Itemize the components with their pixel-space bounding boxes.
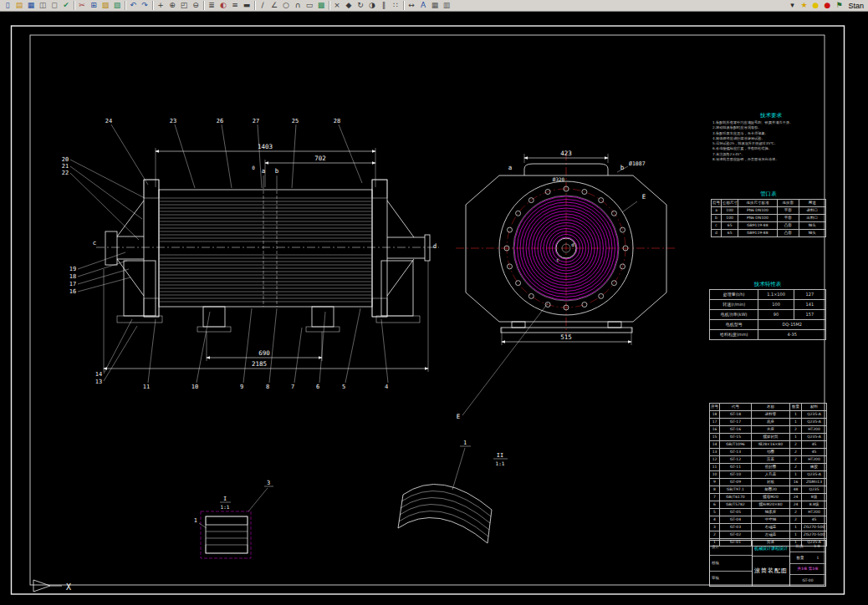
table-cell: 进料口 <box>799 207 825 215</box>
table-cell: 底座 <box>752 419 790 426</box>
flag-icon[interactable]: ⚑ <box>833 0 845 11</box>
zoom-realtime-icon[interactable]: ⊕ <box>166 0 178 11</box>
bulb-icon[interactable]: ● <box>809 0 821 11</box>
nozzle-label: d <box>433 242 437 250</box>
toolbar-right-group: ▾★●●⚑ Stan <box>786 0 866 11</box>
table-cell: 垫圈20 <box>752 486 790 494</box>
save-icon[interactable]: ▦ <box>25 0 37 11</box>
table-cell: GB9119-88 <box>738 222 777 230</box>
table-cell: 90 <box>758 310 794 320</box>
table-cell: 螺母M20 <box>752 494 790 501</box>
undo-icon[interactable]: ↶ <box>127 0 139 11</box>
layers-icon[interactable]: ≣ <box>206 0 217 11</box>
table-cell: 6 <box>710 501 720 509</box>
rotate-icon[interactable]: ↻ <box>355 0 366 11</box>
title-block: 设计校核审核 机械设计课程设计 滚筒装配图 比例1:8 数量1 共1张 第1张 … <box>709 540 826 587</box>
balloon-number: 20 <box>62 156 69 163</box>
table-cell: 橡胶 <box>802 464 827 471</box>
new-icon[interactable]: ▯ <box>2 0 13 11</box>
cut-icon[interactable]: ✂ <box>76 0 88 11</box>
offset-icon[interactable]: ∥ <box>378 0 390 11</box>
paste-icon[interactable]: ▨ <box>100 0 111 11</box>
text-icon[interactable]: A <box>417 0 429 11</box>
balloon-number: 24 <box>105 118 112 125</box>
table-cell: 11 <box>710 464 720 471</box>
main-toolbar: ▯▤▦◫◻✔✂⊞▨▧↶↷+⊕◰⊖≣◐≡▬∕∠○∩▭▩×◆↻◑∥∷↔A▦▥ ▾★●… <box>0 0 868 12</box>
balloon-number: 5 <box>342 384 345 390</box>
copy-icon[interactable]: ⊞ <box>88 0 100 11</box>
notes-body: 1.装配前所有零件均应清除毛刺、铁屑并清洗干净。2.滚动轴承装配时应涂润滑脂。3… <box>712 120 830 162</box>
title-block-field-row: 审核 <box>710 572 752 586</box>
table-cell: 螺栓M20×80 <box>752 501 790 509</box>
table-cell: Q235-A <box>802 419 827 426</box>
polyline-icon[interactable]: ∠ <box>268 0 280 11</box>
balloon-number: 10 <box>191 384 198 390</box>
table-cell: 8 <box>710 486 720 494</box>
circle-icon[interactable]: ○ <box>280 0 292 11</box>
table-cell: ZG270-500 <box>802 531 827 539</box>
layer-color-icon[interactable]: ◐ <box>217 0 229 11</box>
move-icon[interactable]: ◆ <box>343 0 355 11</box>
nozzle-table: 符号公称尺寸连接尺寸标准连接面用途a100PN6 DN100平面进料口b100P… <box>711 199 826 237</box>
preview-icon[interactable]: ◻ <box>49 0 60 11</box>
spell-icon[interactable]: ✔ <box>60 0 72 11</box>
column-header: 数量 <box>790 404 802 411</box>
balloon-number: 17 <box>69 281 76 287</box>
zoom-out-icon[interactable]: ⊖ <box>190 0 202 11</box>
toolbar-icon-group: ▯▤▦◫◻✔✂⊞▨▧↶↷+⊕◰⊖≣◐≡▬∕∠○∩▭▩×◆↻◑∥∷↔A▦▥ <box>2 0 452 11</box>
arc-icon[interactable]: ∩ <box>292 0 304 11</box>
detail-scale: 1:1 <box>496 460 505 466</box>
ucs-axis-icon: X <box>33 580 71 592</box>
table-cell: GB/T1096 <box>720 441 752 449</box>
table-cell: 45 <box>802 516 827 524</box>
table-icon[interactable]: ▦ <box>429 0 441 11</box>
lineweight-icon[interactable]: ▬ <box>241 0 253 11</box>
table-cell: PN6 DN100 <box>738 207 777 215</box>
title-block-field-row: 校核 <box>710 556 752 571</box>
table-cell: 7 <box>710 494 720 501</box>
erase-icon[interactable]: × <box>331 0 343 11</box>
table-row: 14GB/T1096键28×16×80245 <box>710 441 827 449</box>
table-row: 5GT-05轴承座2HT200 <box>710 509 827 516</box>
table-cell: 螺旋衬筒 <box>752 434 790 441</box>
toolbar-name-label: Stan <box>848 2 864 10</box>
table-cell: GT-11 <box>720 464 752 471</box>
open-icon[interactable]: ▤ <box>13 0 25 11</box>
table-cell: 支座 <box>752 426 790 434</box>
plot-icon[interactable]: ◫ <box>37 0 49 11</box>
table-cell: 157 <box>794 310 825 320</box>
balloon-number: 9 <box>240 384 243 390</box>
record-icon[interactable]: ● <box>821 0 833 11</box>
table-cell: 2 <box>790 449 802 456</box>
redo-icon[interactable]: ↷ <box>139 0 151 11</box>
properties-icon[interactable]: ▥ <box>441 0 452 11</box>
nozzle-table-panel: 管口表 符号公称尺寸连接尺寸标准连接面用途a100PN6 DN100平面进料口b… <box>711 191 826 237</box>
table-cell: 2 <box>790 464 802 471</box>
field-label: 审核 <box>710 577 719 581</box>
table-cell: 9 <box>710 479 720 486</box>
linetype-icon[interactable]: ≡ <box>229 0 241 11</box>
style-icon[interactable]: ★ <box>798 0 809 11</box>
table-row: 7GB/T6170螺母M20248级 <box>710 494 827 501</box>
table-row: 转速(r/min)100141 <box>710 300 826 310</box>
hatch-icon[interactable]: ▩ <box>315 0 327 11</box>
mirror-icon[interactable]: ◑ <box>366 0 378 11</box>
rectangle-icon[interactable]: ▭ <box>304 0 315 11</box>
dropdown-arrow-icon[interactable]: ▾ <box>786 0 798 11</box>
match-properties-icon[interactable]: ▧ <box>111 0 123 11</box>
balloon-number: 13 <box>95 379 102 385</box>
zoom-window-icon[interactable]: ◰ <box>178 0 190 11</box>
balloon-number: 16 <box>69 288 76 295</box>
line-icon[interactable]: ∕ <box>257 0 268 11</box>
table-cell: 1 <box>790 524 802 531</box>
dimension-icon[interactable]: ↔ <box>406 0 417 11</box>
table-row: 2GT-02左端盖1ZG270-500 <box>710 531 827 539</box>
array-icon[interactable]: ∷ <box>390 0 401 11</box>
parts-list-panel: 序号代号名称数量材料18GT-18进料管1Q235-A17GT-17底座1Q23… <box>709 403 826 547</box>
table-cell: 2 <box>790 516 802 524</box>
table-cell: 人孔盖 <box>752 471 790 479</box>
pan-icon[interactable]: + <box>155 0 166 11</box>
toolbar-separator <box>254 1 255 10</box>
cad-application-window: ▯▤▦◫◻✔✂⊞▨▧↶↷+⊕◰⊖≣◐≡▬∕∠○∩▭▩×◆↻◑∥∷↔A▦▥ ▾★●… <box>0 0 868 605</box>
table-row: 16GT-16支座2HT200 <box>710 426 827 434</box>
